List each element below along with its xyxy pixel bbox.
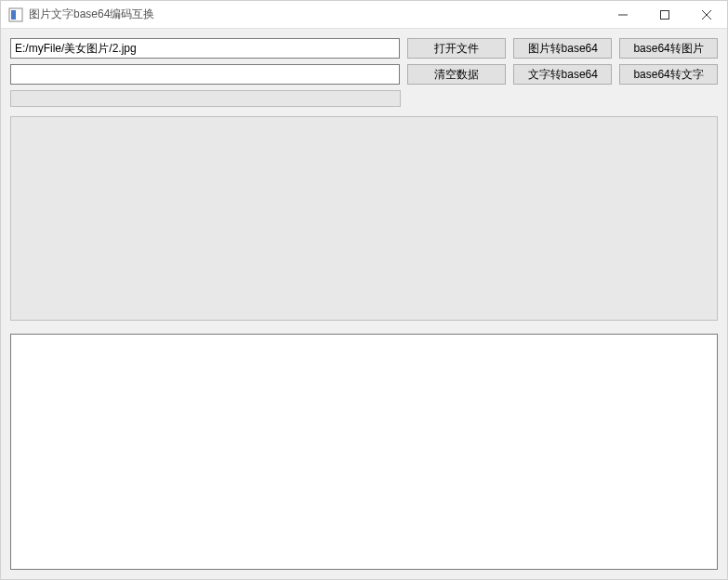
progress-bar — [10, 90, 401, 107]
open-file-button[interactable]: 打开文件 — [407, 38, 506, 59]
content-area: 打开文件 图片转base64 base64转图片 清空数据 文字转base64 … — [1, 29, 727, 579]
row-file: 打开文件 图片转base64 base64转图片 — [10, 38, 718, 59]
app-icon — [8, 7, 23, 22]
minimize-button[interactable] — [602, 1, 643, 28]
window-controls — [602, 1, 727, 28]
main-window: 图片文字base64编码互换 打开文件 图片转base64 base64转图片 … — [0, 0, 728, 580]
file-path-input[interactable] — [10, 38, 400, 59]
text-to-base64-button[interactable]: 文字转base64 — [513, 64, 612, 85]
image-preview-panel — [10, 116, 718, 321]
row-progress — [10, 90, 718, 107]
svg-rect-1 — [11, 10, 16, 20]
base64-to-image-button[interactable]: base64转图片 — [619, 38, 718, 59]
output-textarea[interactable] — [10, 334, 718, 570]
image-to-base64-button[interactable]: 图片转base64 — [513, 38, 612, 59]
clear-data-button[interactable]: 清空数据 — [407, 64, 506, 85]
titlebar: 图片文字base64编码互换 — [1, 1, 727, 29]
base64-to-text-button[interactable]: base64转文字 — [619, 64, 718, 85]
row-text: 清空数据 文字转base64 base64转文字 — [10, 64, 718, 85]
close-button[interactable] — [685, 1, 727, 28]
window-title: 图片文字base64编码互换 — [29, 7, 602, 22]
svg-rect-3 — [660, 10, 668, 19]
text-input[interactable] — [10, 64, 400, 85]
maximize-button[interactable] — [643, 1, 685, 28]
